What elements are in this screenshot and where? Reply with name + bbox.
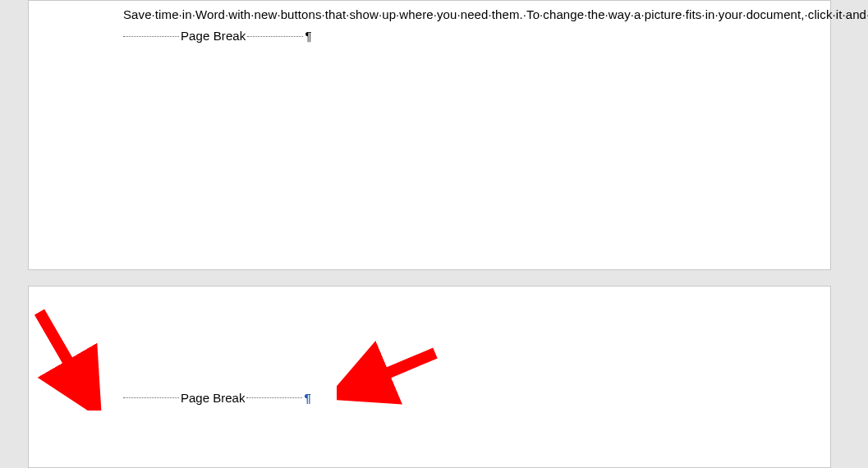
pilcrow-icon: ¶ (304, 391, 310, 405)
document-page-1[interactable]: Save·time·in·Word·with·new·buttons·that·… (28, 0, 831, 270)
page-break-indicator-1[interactable]: Page Break ¶ (123, 28, 755, 44)
body-paragraph[interactable]: Save·time·in·Word·with·new·buttons·that·… (123, 7, 755, 23)
paragraph-text[interactable]: Save·time·in·Word·with·new·buttons·that·… (123, 7, 868, 21)
page-break-dots-left (123, 36, 179, 37)
page-break-dots-right (246, 397, 302, 398)
page-break-indicator-2[interactable]: Page Break ¶ (123, 389, 755, 406)
page1-content[interactable]: Save·time·in·Word·with·new·buttons·that·… (123, 7, 755, 44)
document-page-2[interactable]: Page Break ¶ (28, 286, 831, 468)
page-break-dots-right (247, 36, 303, 37)
page-break-dots-left (123, 397, 179, 398)
pilcrow-icon: ¶ (305, 28, 311, 44)
page-break-label: Page Break (179, 28, 247, 44)
page-break-label: Page Break (179, 391, 246, 405)
